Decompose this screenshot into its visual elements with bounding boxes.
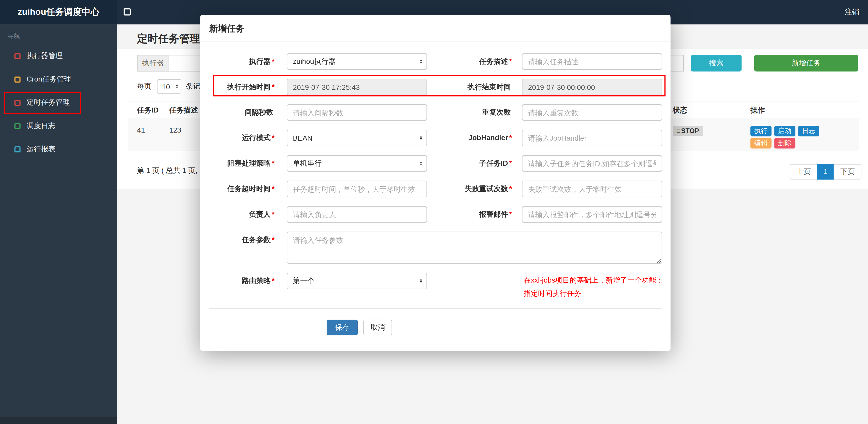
timeout-input[interactable] <box>287 181 427 197</box>
col-header-actions: 操作 <box>750 105 765 115</box>
cancel-button[interactable]: 取消 <box>363 320 392 335</box>
modal-title: 新增任务 <box>200 15 671 41</box>
alarm-email-input[interactable] <box>522 206 662 223</box>
row-actions-line2: 编辑 删除 <box>750 138 795 149</box>
sidebar-item-executor-manage[interactable]: 执行器管理 <box>0 44 117 67</box>
add-task-modal: 新增任务 执行器* zuihou执行器 ▲▼ 任务描述* 执行开始时间* 执行结… <box>200 15 671 351</box>
child-task-label: 子任务ID* <box>427 155 512 172</box>
sidebar-item-label: Cron任务管理 <box>27 74 71 84</box>
cell-task-desc: 123 <box>169 126 181 134</box>
next-page-button[interactable]: 下页 <box>834 164 862 180</box>
col-header-status: 状态 <box>673 105 687 115</box>
owner-label: 负责人* <box>200 206 275 223</box>
executor-label: 执行器* <box>200 53 275 70</box>
modal-footer-divider <box>209 308 661 308</box>
search-button[interactable]: 搜索 <box>691 55 742 72</box>
sidebar: 导航 执行器管理 Cron任务管理 定时任务管理 调度日志 运行报表 <box>0 25 117 424</box>
edit-button[interactable]: 编辑 <box>750 138 772 149</box>
end-time-input[interactable] <box>522 79 662 95</box>
stop-square-icon: □ <box>677 128 680 134</box>
row-actions-line1: 执行 启动 日志 <box>750 126 819 136</box>
task-params-textarea[interactable] <box>287 232 662 264</box>
jobhandler-input[interactable] <box>522 130 662 146</box>
page-size-value: 10 <box>162 82 170 91</box>
retry-count-input[interactable] <box>522 181 662 197</box>
alarm-email-label: 报警邮件* <box>427 206 512 223</box>
sidebar-item-cron-task[interactable]: Cron任务管理 <box>0 68 117 91</box>
brand-title: zuihou任务调度中心 <box>0 0 117 25</box>
sidebar-item-timed-task[interactable]: 定时任务管理 <box>0 91 117 114</box>
block-strategy-label: 阻塞处理策略* <box>200 155 275 172</box>
page-title: 定时任务管理 <box>137 32 200 46</box>
task-desc-input[interactable] <box>522 53 662 70</box>
modal-footer: 保存 取消 <box>327 320 671 335</box>
save-button[interactable]: 保存 <box>327 320 358 335</box>
app-window: zuihou任务调度中心 注销 导航 执行器管理 Cron任务管理 定时任务管理… <box>0 0 868 424</box>
sidebar-item-label: 定时任务管理 <box>27 97 70 107</box>
square-outline-icon <box>14 53 20 59</box>
square-outline-icon <box>14 146 20 152</box>
jobhandler-label: JobHandler* <box>427 130 512 146</box>
col-header-task-id: 任务ID <box>137 105 159 115</box>
delete-button[interactable]: 删除 <box>774 138 795 149</box>
feature-note: 在xxl-jobs项目的基础上，新增了一个功能： 指定时间执行任务 <box>524 274 668 300</box>
route-strategy-select[interactable]: 第一个 ▲▼ <box>287 273 427 289</box>
task-params-label: 任务参数* <box>200 232 275 248</box>
select-stepper-icon: ▲▼ <box>420 161 423 166</box>
select-stepper-icon: ▲▼ <box>420 59 423 64</box>
records-suffix-label: 条记 <box>186 79 200 94</box>
route-strategy-label: 路由策略* <box>200 273 275 289</box>
select-stepper-icon: ▲▼ <box>420 278 423 284</box>
retry-count-label: 失败重试次数* <box>427 181 512 197</box>
square-outline-icon <box>14 76 20 82</box>
task-desc-label: 任务描述* <box>427 53 512 70</box>
interval-label: 间隔秒数 <box>200 104 275 121</box>
square-outline-icon <box>14 99 20 105</box>
repeat-count-input[interactable] <box>522 104 662 121</box>
prev-page-button[interactable]: 上页 <box>790 164 817 180</box>
add-task-form: 执行器* zuihou执行器 ▲▼ 任务描述* 执行开始时间* 执行结束时间 间… <box>200 42 671 292</box>
sidebar-item-dispatch-log[interactable]: 调度日志 <box>0 114 117 137</box>
cell-task-id: 41 <box>137 126 145 134</box>
child-task-input[interactable] <box>522 155 662 172</box>
page-1-button[interactable]: 1 <box>817 164 834 180</box>
col-header-task-desc: 任务描述 <box>169 105 198 115</box>
nav-section-label: 导航 <box>8 32 117 40</box>
execute-button[interactable]: 执行 <box>750 126 772 136</box>
run-mode-select[interactable]: BEAN ▲▼ <box>287 130 427 146</box>
pagination-summary: 第 1 页 ( 总共 1 页, 1 <box>137 166 204 175</box>
select-stepper-icon: ▲▼ <box>175 84 179 89</box>
log-button[interactable]: 日志 <box>798 126 819 136</box>
sidebar-item-run-report[interactable]: 运行报表 <box>0 137 117 161</box>
start-time-input[interactable] <box>287 79 427 95</box>
block-strategy-select[interactable]: 单机串行 ▲▼ <box>287 155 427 172</box>
sidebar-toggle-icon[interactable] <box>124 8 131 15</box>
executor-filter-addon: 执行器 <box>137 55 169 72</box>
sidebar-item-label: 执行器管理 <box>27 51 63 61</box>
start-button[interactable]: 启动 <box>774 126 795 136</box>
logout-link[interactable]: 注销 <box>845 0 859 25</box>
per-page-label: 每页 <box>137 79 151 94</box>
add-task-button[interactable]: 新增任务 <box>754 55 858 72</box>
pagination: 上页 1 下页 <box>790 164 862 180</box>
square-outline-icon <box>14 123 20 129</box>
status-text: STOP <box>681 127 699 135</box>
sidebar-item-label: 调度日志 <box>27 121 56 131</box>
repeat-count-label: 重复次数 <box>427 104 512 121</box>
owner-input[interactable] <box>287 206 427 223</box>
start-time-label: 执行开始时间* <box>200 79 275 95</box>
run-mode-label: 运行模式* <box>200 130 275 146</box>
sidebar-footer <box>0 417 117 424</box>
status-badge: □ STOP <box>673 126 703 136</box>
sidebar-item-label: 运行报表 <box>27 144 56 154</box>
page-size-select[interactable]: 10 ▲▼ <box>157 79 181 94</box>
interval-input[interactable] <box>287 104 427 121</box>
executor-select[interactable]: zuihou执行器 ▲▼ <box>287 53 427 70</box>
timeout-label: 任务超时时间* <box>200 181 275 197</box>
end-time-label: 执行结束时间 <box>427 79 512 95</box>
select-stepper-icon: ▲▼ <box>420 135 423 141</box>
